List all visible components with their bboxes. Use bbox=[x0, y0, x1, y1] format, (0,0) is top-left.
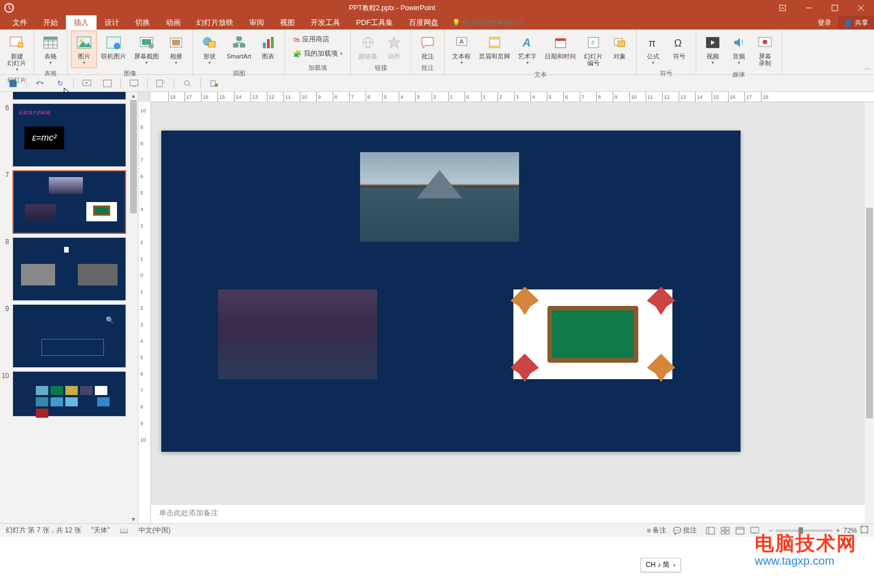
svg-marker-39 bbox=[388, 37, 400, 48]
svg-text:Ω: Ω bbox=[674, 37, 681, 49]
new-slide-label: 新建 幻灯片 bbox=[7, 53, 26, 66]
zoom-slider[interactable] bbox=[776, 530, 833, 532]
slide-thumb-6[interactable]: 此处填片的标题 ε=mc² bbox=[12, 103, 126, 167]
slide-thumb-9[interactable]: 🔍 bbox=[12, 304, 126, 368]
table-icon bbox=[41, 33, 60, 52]
chart-button[interactable]: 图表 bbox=[255, 31, 281, 68]
collapse-ribbon-button[interactable]: ︿ bbox=[864, 64, 871, 72]
fit-to-window-button[interactable] bbox=[860, 526, 868, 535]
ime-indicator[interactable]: CH ♪ 简▾ bbox=[641, 558, 681, 572]
notes-pane[interactable]: 单击此处添加备注 bbox=[151, 504, 874, 523]
share-button[interactable]: 👤 共享 bbox=[838, 16, 874, 30]
video-button[interactable]: 视频 ▾ bbox=[700, 31, 726, 69]
tab-review[interactable]: 审阅 bbox=[241, 15, 272, 30]
wordart-button[interactable]: A 艺术字 ▾ bbox=[514, 31, 541, 69]
dropdown-arrow-icon: ▾ bbox=[461, 60, 463, 65]
svg-rect-44 bbox=[490, 45, 500, 48]
table-button[interactable]: 表格 ▾ bbox=[37, 31, 64, 68]
dropdown-arrow-icon: ▾ bbox=[83, 60, 85, 65]
slide-image-mountain[interactable] bbox=[360, 152, 519, 242]
scroll-up-button[interactable]: ▲ bbox=[129, 92, 138, 100]
thumbnail-scrollbar[interactable]: ▲ ▼ bbox=[129, 92, 138, 523]
screen-recording-button[interactable]: 屏幕 录制 bbox=[752, 31, 778, 69]
text-box-button[interactable]: A 文本框 ▾ bbox=[448, 31, 475, 69]
symbol-button[interactable]: Ω 符号 bbox=[666, 31, 692, 68]
comment-button[interactable]: 批注 bbox=[415, 31, 441, 62]
pictures-button[interactable]: 图片 ▾ bbox=[71, 31, 97, 68]
slide6-title: 此处填片的标题 bbox=[19, 110, 51, 116]
editor-scrollbar[interactable] bbox=[865, 102, 874, 523]
spellcheck-icon[interactable]: 📖 bbox=[120, 527, 128, 535]
slide-image-chalkboard[interactable] bbox=[513, 289, 672, 379]
minimize-button[interactable] bbox=[796, 0, 822, 16]
reading-view-button[interactable] bbox=[733, 525, 747, 536]
scroll-handle[interactable] bbox=[130, 100, 137, 213]
equation-button[interactable]: π 公式 ▾ bbox=[640, 31, 666, 68]
header-footer-button[interactable]: 页眉和页脚 bbox=[475, 31, 514, 69]
svg-rect-51 bbox=[618, 41, 625, 47]
tell-me-box[interactable]: 💡 bbox=[452, 19, 542, 27]
table-label: 表格 bbox=[44, 53, 57, 60]
tab-design[interactable]: 设计 bbox=[97, 15, 127, 30]
tab-transitions[interactable]: 切换 bbox=[127, 15, 158, 30]
maximize-button[interactable] bbox=[822, 0, 848, 16]
tab-slideshow[interactable]: 幻灯片放映 bbox=[189, 15, 241, 30]
audio-button[interactable]: 音频 ▾ bbox=[726, 31, 752, 69]
login-button[interactable]: 登录 bbox=[811, 18, 838, 28]
language-indicator[interactable]: 中文(中国) bbox=[139, 526, 170, 535]
tab-animations[interactable]: 动画 bbox=[158, 15, 189, 30]
close-button[interactable] bbox=[848, 0, 874, 16]
svg-point-57 bbox=[763, 40, 767, 44]
zoom-in-button[interactable]: + bbox=[836, 527, 840, 535]
chart-icon bbox=[259, 33, 277, 52]
zoom-out-button[interactable]: − bbox=[768, 527, 772, 535]
slideshow-view-button[interactable] bbox=[748, 525, 762, 536]
shapes-button[interactable]: 形状 ▾ bbox=[196, 31, 223, 68]
svg-rect-72 bbox=[721, 527, 725, 530]
slide6-equation: ε=mc² bbox=[24, 127, 64, 149]
object-button[interactable]: 对象 bbox=[607, 31, 633, 69]
tab-file[interactable]: 文件 bbox=[5, 15, 35, 30]
window-title: PPT教程2.pptx - PowerPoint bbox=[15, 3, 770, 13]
svg-rect-74 bbox=[721, 531, 725, 534]
tell-me-input[interactable] bbox=[463, 19, 542, 27]
ribbon-display-options-icon[interactable] bbox=[770, 0, 796, 16]
tab-baidu-netdisk[interactable]: 百度网盘 bbox=[401, 15, 446, 30]
comments-toggle-button[interactable]: 💬 批注 bbox=[673, 526, 697, 535]
slide-thumb-8[interactable] bbox=[12, 237, 126, 301]
slide-number-button[interactable]: # 幻灯片 编号 bbox=[580, 31, 607, 69]
tab-view[interactable]: 视图 bbox=[272, 15, 303, 30]
zoom-level[interactable]: 72% bbox=[843, 527, 857, 535]
slide-thumb-7[interactable] bbox=[12, 170, 126, 234]
photo-album-label: 相册 bbox=[170, 53, 182, 60]
tab-developer[interactable]: 开发工具 bbox=[303, 15, 348, 30]
tab-pdf-tools[interactable]: PDF工具集 bbox=[348, 15, 401, 30]
smartart-button[interactable]: SmartArt bbox=[223, 31, 255, 68]
my-addins-button[interactable]: 🧩 我的加载项 ▾ bbox=[291, 48, 345, 60]
dropdown-arrow-icon: ▾ bbox=[208, 60, 211, 65]
store-button[interactable]: 🛍 应用商店 bbox=[291, 33, 345, 45]
date-time-button[interactable]: 日期和时间 bbox=[541, 31, 580, 69]
notes-toggle-button[interactable]: ≡ 备注 bbox=[647, 526, 666, 535]
slide-thumb-5[interactable] bbox=[12, 92, 126, 100]
slide-number-8: 8 bbox=[1, 237, 9, 301]
normal-view-button[interactable] bbox=[704, 525, 717, 536]
online-pictures-button[interactable]: 联机图片 bbox=[97, 31, 130, 68]
svg-rect-26 bbox=[237, 37, 241, 40]
slide-sorter-button[interactable] bbox=[718, 525, 732, 536]
tab-insert[interactable]: 插入 bbox=[66, 15, 97, 30]
dropdown-arrow-icon: ▾ bbox=[526, 60, 529, 65]
wordart-icon: A bbox=[518, 33, 537, 52]
scroll-down-button[interactable]: ▼ bbox=[129, 515, 138, 523]
svg-line-67 bbox=[189, 85, 191, 87]
photo-album-button[interactable]: 相册 ▾ bbox=[163, 31, 189, 68]
svg-marker-59 bbox=[86, 82, 88, 84]
slide-image-city[interactable] bbox=[218, 289, 377, 379]
screenshot-button[interactable]: 屏幕截图 ▾ bbox=[130, 31, 163, 68]
slide-canvas[interactable] bbox=[161, 131, 741, 452]
new-slide-button[interactable]: 新建 幻灯片 ▾ bbox=[3, 31, 30, 75]
tab-home[interactable]: 开始 bbox=[35, 15, 66, 30]
svg-point-69 bbox=[215, 83, 218, 87]
slide-thumb-10[interactable] bbox=[12, 371, 126, 417]
dropdown-arrow-icon: ▾ bbox=[712, 60, 714, 65]
